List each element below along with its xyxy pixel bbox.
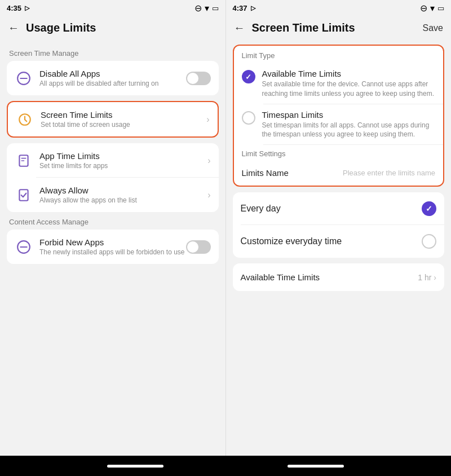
timespan-text: Timespan Limits Set timespan limits for …: [262, 110, 436, 140]
time-limit-card: Available Time Limits 1 hr ›: [233, 263, 445, 291]
timespan-radio[interactable]: [242, 111, 255, 125]
screen-time-limits-title: Screen Time Limits: [41, 110, 206, 120]
limit-type-header: Limit Type: [234, 46, 444, 63]
left-back-button[interactable]: ←: [8, 21, 19, 34]
limit-settings-header: Limit Settings: [234, 145, 444, 160]
nav-bar: [0, 456, 451, 476]
available-time-radio[interactable]: [242, 70, 255, 83]
app-time-limits-item[interactable]: App Time Limits Set time limits for apps…: [7, 143, 219, 178]
app-time-always-card: App Time Limits Set time limits for apps…: [7, 143, 219, 212]
wifi-icon: ▾: [205, 3, 209, 14]
customize-everyday-check[interactable]: [422, 234, 436, 249]
always-allow-subtitle: Always allow the apps on the list: [39, 196, 207, 204]
screen-time-limits-icon: [16, 111, 34, 129]
disable-all-apps-text: Disable All Apps All apps will be disabl…: [39, 69, 186, 87]
app-time-limits-text: App Time Limits Set time limits for apps: [39, 151, 207, 170]
right-back-button[interactable]: ←: [234, 21, 245, 34]
available-time-desc: Set available time for the device. Canno…: [262, 80, 436, 99]
forbid-new-apps-icon: [15, 238, 33, 256]
left-title: Usage Limits: [26, 21, 218, 34]
svg-line-4: [25, 120, 26, 121]
right-battery-icon: ▭: [437, 4, 444, 12]
right-status-bar: 4:37 ▷ ⊖ ▾ ▭: [226, 0, 452, 16]
right-top-bar: ← Screen Time Limits Save: [226, 16, 452, 40]
customize-everyday-label: Customize everyday time: [241, 236, 422, 246]
every-day-check[interactable]: ✓: [422, 201, 436, 216]
nav-pill-left: [107, 465, 163, 468]
screen-time-limits-card[interactable]: Screen Time Limits Set total time of scr…: [7, 101, 219, 138]
available-time-text: Available Time Limits Set available time…: [262, 69, 436, 99]
time-limit-label: Available Time Limits: [241, 272, 418, 282]
timespan-title: Timespan Limits: [262, 110, 436, 120]
every-day-row[interactable]: Every day ✓: [233, 192, 445, 225]
right-play-icon: ▷: [251, 5, 255, 12]
timespan-option[interactable]: Timespan Limits Set timespan limits for …: [234, 104, 444, 146]
disable-all-apps-card: Disable All Apps All apps will be disabl…: [7, 61, 219, 95]
signal-icon: ⊖: [194, 3, 202, 14]
left-time: 4:35: [7, 4, 21, 12]
screen-time-limits-item[interactable]: Screen Time Limits Set total time of scr…: [8, 102, 218, 136]
always-allow-text: Always Allow Always allow the apps on th…: [39, 186, 207, 204]
screen-time-limits-subtitle: Set total time of screen usage: [41, 121, 206, 129]
section-header-screen-time: Screen Time Manage: [9, 49, 219, 58]
app-time-limits-title: App Time Limits: [39, 151, 207, 161]
section-header-content-access: Content Access Manage: [9, 218, 219, 226]
left-content: Screen Time Manage Disable All Apps All …: [0, 40, 226, 456]
limit-type-card: Limit Type Available Time Limits Set ava…: [233, 45, 445, 187]
available-time-title: Available Time Limits: [262, 69, 436, 78]
left-top-bar: ← Usage Limits: [0, 16, 226, 40]
right-signal-icon: ⊖: [420, 3, 427, 14]
screen-time-limits-chevron: ›: [206, 114, 209, 125]
right-wifi-icon: ▾: [430, 3, 435, 14]
limits-name-input[interactable]: Please enter the limits name: [309, 169, 436, 177]
time-limit-chevron: ›: [434, 273, 436, 282]
always-allow-icon: [15, 186, 33, 204]
right-status-icons: ⊖ ▾ ▭: [420, 3, 444, 14]
right-title: Screen Time Limits: [252, 21, 416, 34]
forbid-new-apps-text: Forbid New Apps The newly installed apps…: [39, 237, 186, 256]
always-allow-title: Always Allow: [39, 186, 207, 195]
left-play-icon: ▷: [25, 5, 29, 12]
forbid-new-apps-item[interactable]: Forbid New Apps The newly installed apps…: [7, 230, 219, 264]
right-time: 4:37: [233, 4, 247, 12]
forbid-new-apps-card: Forbid New Apps The newly installed apps…: [7, 230, 219, 264]
forbid-new-apps-title: Forbid New Apps: [39, 237, 186, 247]
battery-icon: ▭: [212, 4, 219, 12]
disable-all-apps-title: Disable All Apps: [39, 69, 186, 78]
limits-name-row: Limits Name Please enter the limits name: [234, 160, 444, 186]
app-time-limits-icon: [15, 152, 33, 170]
always-allow-chevron: ›: [207, 190, 210, 200]
disable-all-apps-item[interactable]: Disable All Apps All apps will be disabl…: [7, 61, 219, 95]
time-limit-value: 1 hr: [418, 273, 431, 282]
save-button[interactable]: Save: [423, 23, 443, 33]
limits-name-label: Limits Name: [242, 168, 309, 178]
timespan-desc: Set timespan limits for all apps. Cannot…: [262, 121, 436, 140]
left-status-bar: 4:35 ▷ ⊖ ▾ ▭: [0, 0, 226, 16]
customize-everyday-row[interactable]: Customize everyday time: [233, 225, 445, 258]
right-content: Limit Type Available Time Limits Set ava…: [226, 40, 452, 456]
disable-all-apps-toggle[interactable]: [186, 72, 211, 85]
disable-all-apps-icon: [15, 69, 33, 87]
days-card: Every day ✓ Customize everyday time: [233, 192, 445, 258]
available-time-option[interactable]: Available Time Limits Set available time…: [234, 63, 444, 104]
right-screen: 4:37 ▷ ⊖ ▾ ▭ ← Screen Time Limits Save L…: [226, 0, 452, 456]
disable-all-apps-subtitle: All apps will be disabled after turning …: [39, 80, 186, 87]
forbid-new-apps-subtitle: The newly installed apps will be forbidd…: [39, 248, 186, 256]
left-screen: 4:35 ▷ ⊖ ▾ ▭ ← Usage Limits Screen Time …: [0, 0, 226, 456]
always-allow-item[interactable]: Always Allow Always allow the apps on th…: [7, 178, 219, 212]
app-time-limits-subtitle: Set time limits for apps: [39, 162, 207, 170]
every-day-label: Every day: [241, 204, 422, 214]
forbid-new-apps-toggle[interactable]: [186, 240, 211, 254]
nav-pill-right: [288, 465, 344, 468]
left-status-icons: ⊖ ▾ ▭: [194, 3, 219, 14]
screen-time-limits-text: Screen Time Limits Set total time of scr…: [41, 110, 206, 129]
app-time-limits-chevron: ›: [207, 156, 210, 166]
time-limit-row[interactable]: Available Time Limits 1 hr ›: [233, 263, 445, 291]
